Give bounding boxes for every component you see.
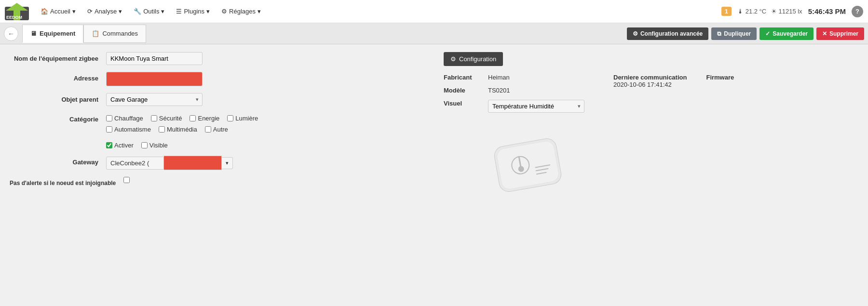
cat-autre[interactable]: Autre — [205, 126, 228, 133]
chevron-accueil-icon: ▾ — [72, 8, 76, 15]
form-left: Nom de l'équipement zigbee Adresse Objet… — [10, 52, 424, 207]
gear-icon: ⚙ — [633, 30, 638, 37]
outils-icon: 🔧 — [134, 8, 141, 15]
row-adresse: Adresse — [10, 72, 424, 86]
gateway-dropdown-btn[interactable]: ▾ — [222, 157, 233, 169]
visuel-row: Visuel Température Humidité ▾ — [444, 100, 584, 113]
activer-row: Activer Visible — [106, 140, 168, 149]
alert-row — [123, 177, 130, 183]
menu-analyse[interactable]: ⟳ Analyse ▾ — [82, 5, 127, 18]
label-objet-parent: Objet parent — [10, 93, 106, 103]
checkbox-alert[interactable] — [123, 177, 130, 183]
value-derniere-comm: 2020-10-06 17:41:42 — [613, 81, 687, 88]
checkbox-visible[interactable] — [141, 142, 148, 148]
label-firmware: Firmware — [706, 74, 734, 81]
notification-badge[interactable]: 1 — [721, 7, 732, 16]
label-alert: Pas d'alerte si le noeud est injoignable — [10, 177, 123, 187]
config-avancee-button[interactable]: ⚙ Configuration avancée — [627, 27, 708, 40]
plugins-icon: ☰ — [176, 8, 182, 15]
commandes-icon: 📋 — [92, 30, 99, 37]
label-adresse: Adresse — [10, 72, 106, 82]
label-gateway: Gateway — [10, 156, 106, 166]
select-objet-parent-wrap: Cave Garage ▾ — [106, 93, 203, 106]
trash-icon: ✕ — [822, 30, 827, 37]
checkbox-energie[interactable] — [190, 115, 196, 121]
checkbox-activer[interactable] — [106, 142, 112, 148]
sauvegarder-button[interactable]: ✓ Sauvegarder — [760, 27, 814, 40]
form-section: Nom de l'équipement zigbee Adresse Objet… — [10, 52, 858, 207]
menu-plugins[interactable]: ☰ Plugins ▾ — [171, 5, 215, 18]
tabs-actions: ⚙ Configuration avancée ⧉ Dupliquer ✓ Sa… — [627, 27, 864, 40]
input-nom[interactable] — [106, 52, 203, 65]
input-adresse[interactable] — [106, 72, 203, 86]
cat-securite[interactable]: Sécurité — [151, 115, 182, 122]
row-gateway: Gateway CleConbee2 ( ▾ — [10, 156, 424, 170]
temperature-display: 🌡 21.2 °C ☀ 11215 lx — [737, 8, 802, 15]
fabricant-block: Fabricant Heiman Modèle TS0201 Visuel Te… — [444, 74, 584, 119]
menu-outils[interactable]: 🔧 Outils ▾ — [129, 5, 169, 18]
configuration-button[interactable]: ⚙ Configuration — [444, 52, 503, 66]
tabs-row: ← 🖥 Equipement 📋 Commandes ⚙ Configurati… — [0, 23, 868, 44]
menu-accueil[interactable]: 🏠 Accueil ▾ — [36, 5, 81, 18]
label-fabricant: Fabricant — [444, 74, 482, 81]
cat-lumiere[interactable]: Lumière — [227, 115, 258, 122]
cat-multimedia[interactable]: Multimédia — [159, 126, 197, 133]
checkbox-multimedia[interactable] — [159, 126, 165, 133]
thermometer-icon: 🌡 — [737, 8, 744, 15]
select-objet-parent[interactable]: Cave Garage — [106, 93, 203, 106]
tab-commandes[interactable]: 📋 Commandes — [83, 25, 146, 43]
modele-row: Modèle TS0201 — [444, 87, 584, 94]
home-icon: 🏠 — [41, 8, 48, 15]
label-nom: Nom de l'équipement zigbee — [10, 52, 106, 62]
row-objet-parent: Objet parent Cave Garage ▾ — [10, 93, 424, 106]
equipement-icon: 🖥 — [30, 30, 37, 37]
row-categorie: Catégorie Chauffage Sécurité Energie Lum… — [10, 113, 424, 133]
supprimer-button[interactable]: ✕ Supprimer — [816, 27, 864, 40]
gear2-icon: ⚙ — [450, 55, 456, 63]
logo[interactable]: EEDOM — [5, 3, 29, 20]
checkbox-lumiere[interactable] — [227, 115, 233, 121]
checkbox-automatisme[interactable] — [106, 126, 112, 133]
dupliquer-button[interactable]: ⧉ Dupliquer — [711, 27, 757, 40]
brightness-icon: ☀ — [771, 8, 777, 15]
menu-reglages[interactable]: ⚙ Réglages ▾ — [217, 5, 266, 18]
visible-item[interactable]: Visible — [141, 142, 168, 149]
checkbox-securite[interactable] — [151, 115, 157, 121]
clock-display: 5:46:43 PM — [808, 7, 846, 15]
tab-equipement[interactable]: 🖥 Equipement — [22, 25, 83, 43]
gateway-wrap: CleConbee2 ( ▾ — [106, 156, 233, 170]
device-svg — [473, 128, 579, 205]
checkbox-autre[interactable] — [205, 126, 211, 133]
back-button[interactable]: ← — [4, 27, 18, 41]
form-right: ⚙ Configuration Fabricant Heiman Modèle … — [444, 52, 858, 207]
label-visuel: Visuel — [444, 100, 482, 107]
cat-energie[interactable]: Energie — [190, 115, 219, 122]
gateway-text: CleConbee2 ( — [106, 157, 164, 170]
help-button[interactable]: ? — [852, 6, 863, 17]
analyse-icon: ⟳ — [87, 8, 93, 15]
value-modele: TS0201 — [488, 87, 510, 94]
copy-icon: ⧉ — [717, 30, 721, 37]
chevron-plugins-icon: ▾ — [206, 8, 210, 15]
cat-chauffage[interactable]: Chauffage — [106, 115, 143, 122]
chevron-outils-icon: ▾ — [161, 8, 164, 15]
label-categorie: Catégorie — [10, 113, 106, 123]
nav-right: 1 🌡 21.2 °C ☀ 11215 lx 5:46:43 PM ? — [721, 6, 863, 17]
categorie-checkboxes: Chauffage Sécurité Energie Lumière Autom… — [106, 113, 270, 133]
derniere-comm-block: Derniere communication 2020-10-06 17:41:… — [613, 74, 687, 88]
cat-automatisme[interactable]: Automatisme — [106, 126, 151, 133]
main-content: Nom de l'équipement zigbee Adresse Objet… — [0, 44, 868, 306]
gateway-id-field[interactable] — [164, 156, 222, 170]
chevron-reglages-icon: ▾ — [258, 8, 261, 15]
row-nom: Nom de l'équipement zigbee — [10, 52, 424, 65]
select-visuel[interactable]: Température Humidité — [488, 100, 584, 113]
activer-item[interactable]: Activer — [106, 142, 134, 149]
checkbox-chauffage[interactable] — [106, 115, 112, 121]
label-derniere-comm: Derniere communication — [613, 74, 687, 81]
row-activer: Activer Visible — [10, 140, 424, 149]
check-icon: ✓ — [765, 30, 770, 37]
label-modele: Modèle — [444, 87, 482, 94]
value-fabricant: Heiman — [488, 74, 510, 81]
visuel-select-wrap: Température Humidité ▾ — [488, 100, 584, 113]
device-image — [473, 128, 858, 207]
